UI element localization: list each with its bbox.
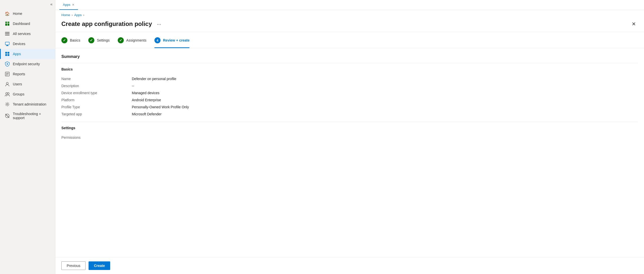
apps-tab-close[interactable]: ✕ xyxy=(72,3,74,7)
create-button[interactable]: Create xyxy=(89,261,110,270)
more-options-button[interactable]: ··· xyxy=(155,21,163,27)
field-label-targeted-app: Targeted app xyxy=(61,112,132,116)
content-area: Summary Basics Name Defender on personal… xyxy=(55,48,644,257)
summary-title: Summary xyxy=(61,54,638,59)
sidebar-item-label: All services xyxy=(13,32,31,36)
svg-rect-9 xyxy=(6,46,9,46)
field-name: Name Defender on personal profile xyxy=(61,75,638,82)
step-basics[interactable]: ✓ Basics xyxy=(61,37,80,48)
svg-rect-7 xyxy=(5,42,9,45)
page-title: Create app configuration policy xyxy=(61,20,152,27)
svg-rect-10 xyxy=(5,52,7,54)
breadcrumb-home[interactable]: Home xyxy=(61,13,70,17)
apps-tab-label: Apps xyxy=(63,3,70,7)
svg-rect-6 xyxy=(5,35,10,36)
svg-rect-2 xyxy=(5,23,7,26)
step-settings[interactable]: ✓ Settings xyxy=(88,37,110,48)
field-label-permissions: Permissions xyxy=(61,135,132,140)
divider-1 xyxy=(61,63,638,63)
svg-point-22 xyxy=(7,104,8,105)
svg-rect-17 xyxy=(6,74,9,75)
step-assignments-indicator: ✓ xyxy=(118,37,124,43)
dashboard-icon xyxy=(5,21,10,26)
field-label-enrollment: Device enrollment type xyxy=(61,91,132,95)
sidebar-item-label: Troubleshooting + support xyxy=(13,112,51,120)
svg-rect-12 xyxy=(5,54,7,56)
field-label-description: Description xyxy=(61,84,132,88)
summary-section: Summary Basics Name Defender on personal… xyxy=(61,54,638,141)
groups-icon xyxy=(5,92,10,97)
field-permissions: Permissions xyxy=(61,134,638,141)
step-review-create[interactable]: 4 Review + create xyxy=(154,37,189,48)
sidebar-item-apps[interactable]: Apps xyxy=(0,49,55,59)
svg-rect-16 xyxy=(6,73,9,74)
sidebar-item-all-services[interactable]: All services xyxy=(0,29,55,39)
sidebar-item-label: Users xyxy=(13,82,22,86)
footer: Previous Create xyxy=(55,257,644,274)
sidebar-item-label: Endpoint security xyxy=(13,62,40,66)
sidebar-item-label: Devices xyxy=(13,42,25,46)
main-content: Apps ✕ Home › Apps › Create app configur… xyxy=(55,0,644,274)
sidebar-item-label: Home xyxy=(13,12,22,16)
field-platform: Platform Android Enterprise xyxy=(61,96,638,104)
sidebar-item-devices[interactable]: Devices xyxy=(0,39,55,49)
svg-rect-13 xyxy=(8,54,9,56)
basics-section-title: Basics xyxy=(61,67,638,72)
breadcrumb-sep-2: › xyxy=(83,13,84,17)
svg-point-20 xyxy=(6,93,8,94)
svg-rect-3 xyxy=(8,23,9,26)
devices-icon xyxy=(5,41,10,46)
step-basics-label: Basics xyxy=(70,38,80,42)
field-value-profile-type: Personally-Owned Work Profile Only xyxy=(132,105,189,109)
sidebar-item-reports[interactable]: Reports xyxy=(0,69,55,79)
field-enrollment-type: Device enrollment type Managed devices xyxy=(61,89,638,96)
sidebar-item-endpoint-security[interactable]: Endpoint security xyxy=(0,59,55,69)
top-tab-bar: Apps ✕ xyxy=(55,0,644,10)
svg-rect-18 xyxy=(6,75,8,75)
step-assignments[interactable]: ✓ Assignments xyxy=(118,37,146,48)
sidebar-item-tenant-admin[interactable]: Tenant administration xyxy=(0,99,55,109)
svg-rect-1 xyxy=(8,22,9,23)
shield-icon xyxy=(5,61,10,66)
field-value-targeted-app: Microsoft Defender xyxy=(132,112,162,116)
field-value-description: -- xyxy=(132,84,134,88)
field-description: Description -- xyxy=(61,82,638,89)
sidebar: « 🏠 Home Dashboard All services xyxy=(0,0,55,274)
breadcrumb-apps[interactable]: Apps xyxy=(74,13,82,17)
step-assignments-label: Assignments xyxy=(126,38,146,42)
sidebar-item-groups[interactable]: Groups xyxy=(0,89,55,99)
svg-rect-5 xyxy=(5,33,10,34)
sidebar-item-home[interactable]: 🏠 Home xyxy=(0,9,55,19)
step-settings-indicator: ✓ xyxy=(88,37,94,43)
svg-point-14 xyxy=(7,63,8,65)
wizard-steps: ✓ Basics ✓ Settings ✓ Assignments 4 Revi… xyxy=(55,32,644,48)
step-settings-label: Settings xyxy=(97,38,110,42)
close-button[interactable]: ✕ xyxy=(630,20,638,28)
svg-point-19 xyxy=(6,82,8,84)
step-basics-indicator: ✓ xyxy=(61,37,67,43)
sidebar-item-label: Apps xyxy=(13,52,21,56)
step-review-indicator: 4 xyxy=(154,37,160,43)
settings-section-title: Settings xyxy=(61,126,638,131)
home-icon: 🏠 xyxy=(5,11,10,16)
svg-rect-4 xyxy=(5,32,10,33)
sidebar-item-users[interactable]: Users xyxy=(0,79,55,89)
svg-rect-8 xyxy=(7,45,8,46)
field-label-platform: Platform xyxy=(61,98,132,102)
reports-icon xyxy=(5,72,10,77)
sidebar-item-label: Reports xyxy=(13,72,25,76)
sidebar-collapse-button[interactable]: « xyxy=(0,0,55,9)
previous-button[interactable]: Previous xyxy=(61,261,86,270)
sidebar-item-dashboard[interactable]: Dashboard xyxy=(0,19,55,29)
field-targeted-app: Targeted app Microsoft Defender xyxy=(61,111,638,118)
apps-tab[interactable]: Apps ✕ xyxy=(59,0,78,10)
svg-point-21 xyxy=(8,93,9,94)
svg-rect-11 xyxy=(8,52,9,54)
sidebar-item-troubleshooting[interactable]: Troubleshooting + support xyxy=(0,109,55,122)
sidebar-item-label: Groups xyxy=(13,92,24,96)
field-value-name: Defender on personal profile xyxy=(132,77,176,81)
sidebar-item-label: Tenant administration xyxy=(13,102,46,106)
field-profile-type: Profile Type Personally-Owned Work Profi… xyxy=(61,104,638,111)
troubleshooting-icon xyxy=(5,113,10,118)
step-review-label: Review + create xyxy=(163,38,189,42)
